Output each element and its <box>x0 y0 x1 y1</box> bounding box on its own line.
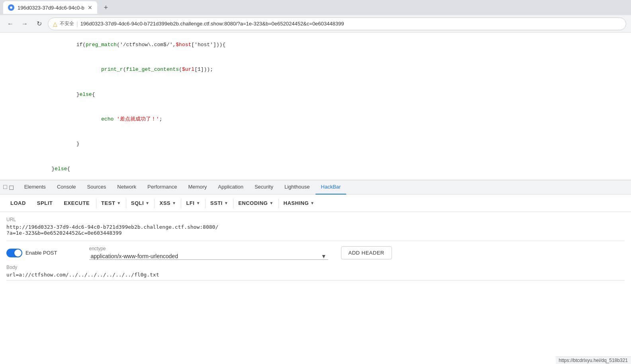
tab-memory-label: Memory <box>188 184 207 190</box>
devtools-icons: □ ◻ <box>3 183 14 191</box>
tab-security-label: Security <box>255 184 273 190</box>
divider-3 <box>154 199 155 208</box>
divider-1 <box>96 199 96 208</box>
url-value[interactable]: http://196d0323-37d9-4dc6-94c0-b721d399e… <box>6 224 625 236</box>
code-line-6: }else{ <box>8 157 623 180</box>
tab-favicon <box>8 4 14 11</box>
new-tab-button[interactable]: + <box>100 2 112 13</box>
body-label: Body <box>6 265 625 270</box>
xss-arrow-icon: ▼ <box>172 201 176 205</box>
forward-button[interactable]: → <box>19 18 30 29</box>
sqli-button[interactable]: SQLI ▼ <box>127 198 154 208</box>
code-line-4: echo '差点就成功了！'; <box>8 107 623 132</box>
not-secure-label: 不安全 <box>60 20 74 27</box>
tab-security[interactable]: Security <box>249 180 279 195</box>
hashing-label: HASHING <box>284 200 309 206</box>
tab-sources-label: Sources <box>87 184 106 190</box>
execute-button[interactable]: EXECUTE <box>58 198 95 208</box>
enctype-arrow-icon: ▼ <box>321 253 327 259</box>
devtools-panel: □ ◻ Elements Console Sources Network Per… <box>0 180 631 285</box>
code-line-5: } <box>8 132 623 157</box>
address-bar[interactable]: △ 不安全 | 196d0323-37d9-4dc6-94c0-b721d399… <box>48 18 626 30</box>
browser-tab[interactable]: 196d0323-37d9-4dc6-94c0-b ✕ <box>3 1 97 14</box>
url-section: URL http://196d0323-37d9-4dc6-94c0-b721d… <box>6 217 625 236</box>
url-divider <box>6 241 625 241</box>
tab-application-label: Application <box>218 184 243 190</box>
lfi-label: LFI <box>186 200 194 206</box>
ssti-label: SSTI <box>210 200 223 206</box>
sqli-label: SQLI <box>131 200 144 206</box>
body-value[interactable]: url=a://ctfshow.com/../../../../../../..… <box>6 272 625 280</box>
tab-lighthouse-label: Lighthouse <box>284 184 310 190</box>
enctype-select[interactable]: application/x-www-form-urlencoded ▼ <box>89 253 328 260</box>
test-label: TEST <box>101 200 115 206</box>
divider-7 <box>278 199 279 208</box>
test-button[interactable]: TEST ▼ <box>97 198 125 208</box>
tab-elements-label: Elements <box>24 184 46 190</box>
load-button[interactable]: LOAD <box>5 198 31 208</box>
svg-point-1 <box>10 6 12 9</box>
address-text: 196d0323-37d9-4dc6-94c0-b721d399eb2b.cha… <box>80 21 344 27</box>
code-line-1: if(preg_match('/ctfshow\.com$/',$host['h… <box>8 33 623 57</box>
tab-hackbar[interactable]: HackBar <box>316 180 347 195</box>
post-section: Enable POST enctype application/x-www-fo… <box>6 246 625 260</box>
tab-network-label: Network <box>117 184 136 190</box>
tab-hackbar-label: HackBar <box>321 184 341 190</box>
toggle-knob <box>14 249 22 257</box>
divider-4 <box>181 199 181 208</box>
ssti-arrow-icon: ▼ <box>224 201 228 205</box>
lfi-button[interactable]: LFI ▼ <box>182 198 204 208</box>
code-line-3: }else{ <box>8 82 623 107</box>
back-button[interactable]: ← <box>5 18 16 29</box>
enctype-section: enctype application/x-www-form-urlencode… <box>89 246 625 260</box>
browser-nav: ← → ↻ △ 不安全 | 196d0323-37d9-4dc6-94c0-b7… <box>0 15 631 33</box>
enable-post-toggle[interactable] <box>6 249 22 257</box>
tab-close-button[interactable]: ✕ <box>88 4 92 11</box>
tab-application[interactable]: Application <box>212 180 249 195</box>
ssti-button[interactable]: SSTI ▼ <box>206 198 232 208</box>
browser-title-bar: 196d0323-37d9-4dc6-94c0-b ✕ + <box>0 0 631 15</box>
split-button[interactable]: SPLIT <box>31 198 58 208</box>
tab-performance[interactable]: Performance <box>142 180 182 195</box>
enctype-value: application/x-www-form-urlencoded <box>91 253 178 259</box>
test-arrow-icon: ▼ <box>117 201 121 205</box>
device-icon[interactable]: ◻ <box>9 183 14 191</box>
divider-6 <box>233 199 233 208</box>
encoding-label: ENCODING <box>238 200 268 206</box>
tab-lighthouse[interactable]: Lighthouse <box>279 180 316 195</box>
security-warning-icon: △ <box>53 21 57 27</box>
status-bar: https://btcdrlxyu.hei/dq_518b321 <box>556 356 631 364</box>
hackbar-content: URL http://196d0323-37d9-4dc6-94c0-b721d… <box>0 212 631 285</box>
enable-post-toggle-container: Enable POST <box>6 249 57 257</box>
page-code-content: if(preg_match('/ctfshow\.com$/',$host['h… <box>0 33 631 180</box>
lfi-arrow-icon: ▼ <box>196 201 200 205</box>
divider-5 <box>205 199 206 208</box>
devtools-tabs-bar: □ ◻ Elements Console Sources Network Per… <box>0 180 631 195</box>
tab-elements[interactable]: Elements <box>19 180 51 195</box>
xss-button[interactable]: XSS ▼ <box>155 198 180 208</box>
tab-memory[interactable]: Memory <box>182 180 212 195</box>
sqli-arrow-icon: ▼ <box>145 201 149 205</box>
tab-network[interactable]: Network <box>112 180 142 195</box>
divider-2 <box>126 199 126 208</box>
url-label: URL <box>6 217 625 222</box>
inspect-icon[interactable]: □ <box>3 183 7 191</box>
hashing-arrow-icon: ▼ <box>310 201 314 205</box>
enctype-label: enctype <box>89 246 336 251</box>
body-section: Body url=a://ctfshow.com/../../../../../… <box>6 265 625 280</box>
xss-label: XSS <box>159 200 170 206</box>
add-header-button[interactable]: ADD HEADER <box>341 246 392 259</box>
tab-console-label: Console <box>57 184 76 190</box>
encoding-arrow-icon: ▼ <box>269 201 273 205</box>
code-line-2: print_r(file_get_contents($url[1])); <box>8 57 623 82</box>
tab-title: 196d0323-37d9-4dc6-94c0-b <box>18 5 84 11</box>
status-bar-text: https://btcdrlxyu.hei/dq_518b321 <box>559 358 628 363</box>
hashing-button[interactable]: HASHING ▼ <box>280 198 319 208</box>
reload-button[interactable]: ↻ <box>33 18 45 29</box>
tab-console[interactable]: Console <box>51 180 82 195</box>
tab-performance-label: Performance <box>147 184 177 190</box>
separator: | <box>76 21 78 27</box>
tab-sources[interactable]: Sources <box>82 180 112 195</box>
enable-post-label: Enable POST <box>25 250 57 256</box>
encoding-button[interactable]: ENCODING ▼ <box>234 198 277 208</box>
